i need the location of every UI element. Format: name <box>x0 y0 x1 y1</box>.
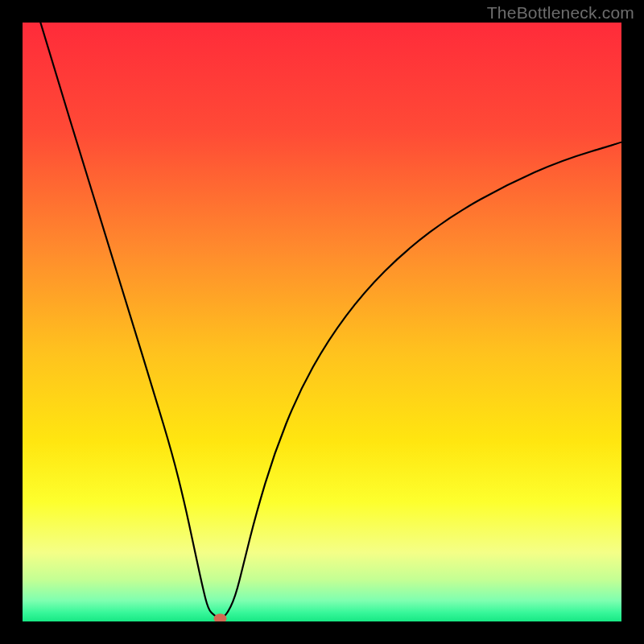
plot-area <box>23 23 621 621</box>
chart-canvas <box>23 23 621 621</box>
gradient-background <box>23 23 621 621</box>
watermark: TheBottleneck.com <box>487 3 634 23</box>
chart-frame: TheBottleneck.com <box>0 0 644 644</box>
